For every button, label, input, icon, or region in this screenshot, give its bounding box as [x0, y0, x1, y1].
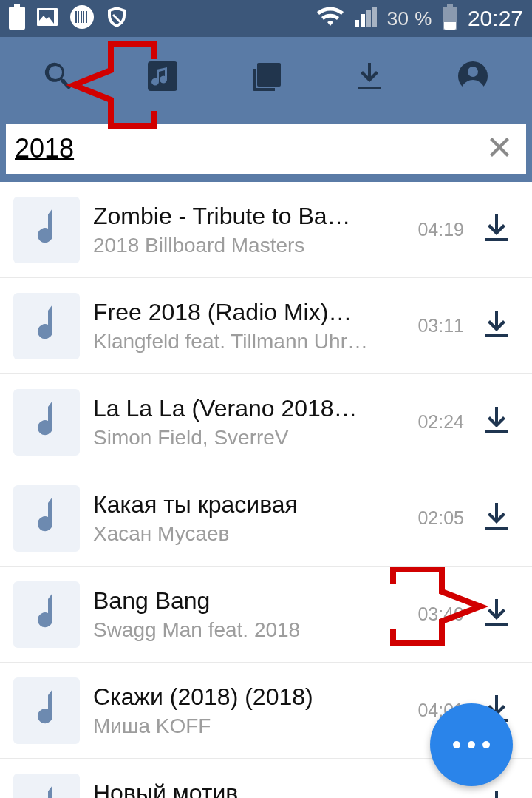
- track-duration: 03:11: [403, 315, 464, 337]
- image-icon: [35, 5, 59, 32]
- tab-music[interactable]: [126, 41, 200, 115]
- track-thumb: [13, 389, 80, 456]
- note-icon: [30, 305, 63, 348]
- shield-icon: [105, 5, 129, 32]
- download-icon: [484, 503, 509, 534]
- track-row[interactable]: Bang BangSwagg Man feat. 201803:40: [0, 567, 532, 663]
- track-thumb: [13, 677, 80, 744]
- track-meta: Новый мотивVELIRA: [80, 778, 403, 799]
- note-icon: [30, 401, 63, 444]
- track-thumb: [13, 581, 80, 648]
- track-artist: Simon Field, SverreV: [93, 425, 390, 451]
- track-duration: 02:24: [403, 411, 464, 433]
- battery-icon: [443, 4, 457, 33]
- track-thumb: [13, 293, 80, 359]
- note-icon: [30, 785, 63, 799]
- track-duration: 02:05: [403, 507, 464, 529]
- svg-rect-2: [78, 11, 79, 23]
- clear-search-button[interactable]: [482, 131, 517, 166]
- search-bar: [0, 118, 532, 182]
- track-title: Новый мотив: [93, 778, 390, 799]
- track-list: Zombie - Tribute to Ba…2018 Billboard Ma…: [0, 182, 532, 798]
- signal-icon: [355, 7, 377, 30]
- fab-more[interactable]: [430, 703, 513, 786]
- svg-point-8: [468, 67, 478, 77]
- track-artist: 2018 Billboard Masters: [93, 232, 390, 259]
- tab-library[interactable]: [229, 41, 303, 115]
- tab-downloads[interactable]: [332, 41, 406, 115]
- close-icon: [486, 134, 513, 163]
- download-icon: [484, 407, 509, 438]
- track-title: Какая ты красивая: [93, 490, 390, 519]
- wifi-icon: [316, 6, 344, 31]
- track-meta: Скажи (2018) (2018)Миша KOFF: [80, 682, 403, 740]
- tab-search[interactable]: [22, 41, 96, 115]
- library-icon: [248, 58, 284, 97]
- track-thumb: [13, 774, 80, 799]
- download-icon: [484, 599, 509, 630]
- download-button[interactable]: [476, 305, 517, 347]
- note-icon: [30, 497, 63, 540]
- note-icon: [30, 593, 63, 636]
- search-icon: [42, 59, 76, 96]
- track-row[interactable]: La La La (Verano 2018…Simon Field, Sverr…: [0, 374, 532, 470]
- track-title: La La La (Verano 2018…: [93, 393, 390, 423]
- search-field[interactable]: [6, 124, 526, 174]
- battery-percent: 30 %: [387, 7, 432, 30]
- status-bar: 30 % 20:27: [0, 0, 532, 37]
- download-button[interactable]: [476, 402, 517, 443]
- download-icon: [484, 214, 509, 246]
- track-artist: Swagg Man feat. 2018: [93, 617, 390, 643]
- track-title: Скажи (2018) (2018): [93, 682, 390, 711]
- track-title: Bang Bang: [93, 586, 390, 615]
- note-icon: [30, 689, 63, 732]
- music-tile-icon: [145, 58, 180, 97]
- download-button[interactable]: [476, 498, 517, 539]
- track-row[interactable]: Free 2018 (Radio Mix)…Klangfeld feat. Ti…: [0, 278, 532, 374]
- track-meta: La La La (Verano 2018…Simon Field, Sverr…: [80, 393, 403, 451]
- svg-rect-1: [75, 11, 77, 23]
- download-button[interactable]: [476, 209, 517, 251]
- download-icon: [353, 60, 386, 95]
- track-artist: Хасан Мусаев: [93, 521, 390, 547]
- track-duration: 04:19: [403, 219, 464, 240]
- track-meta: Какая ты красиваяХасан Мусаев: [80, 490, 403, 547]
- account-icon: [456, 59, 490, 96]
- track-meta: Free 2018 (Radio Mix)…Klangfeld feat. Ti…: [80, 297, 403, 355]
- track-meta: Zombie - Tribute to Ba…2018 Billboard Ma…: [80, 201, 403, 259]
- track-thumb: [13, 197, 80, 263]
- track-artist: Klangfeld feat. Tillmann Uhr…: [93, 328, 390, 355]
- download-icon: [484, 791, 509, 799]
- svg-rect-5: [86, 11, 87, 23]
- download-button[interactable]: [476, 786, 517, 799]
- battery-low-icon: [9, 4, 25, 33]
- tab-account[interactable]: [436, 41, 510, 115]
- svg-rect-4: [83, 11, 84, 23]
- track-thumb: [13, 485, 80, 552]
- track-row[interactable]: Zombie - Tribute to Ba…2018 Billboard Ma…: [0, 182, 532, 278]
- barcode-icon: [69, 4, 95, 33]
- track-row[interactable]: Какая ты красиваяХасан Мусаев02:05: [0, 470, 532, 567]
- svg-rect-3: [81, 11, 82, 23]
- tab-bar: [0, 37, 532, 118]
- search-input[interactable]: [15, 132, 482, 166]
- track-title: Free 2018 (Radio Mix)…: [93, 297, 390, 327]
- track-title: Zombie - Tribute to Ba…: [93, 201, 390, 231]
- download-button[interactable]: [476, 594, 517, 635]
- track-meta: Bang BangSwagg Man feat. 2018: [80, 586, 403, 643]
- download-icon: [484, 311, 509, 342]
- more-icon: [453, 741, 490, 748]
- track-artist: Миша KOFF: [93, 713, 390, 740]
- note-icon: [30, 209, 63, 251]
- track-duration: 03:40: [403, 603, 464, 625]
- clock: 20:27: [468, 6, 523, 31]
